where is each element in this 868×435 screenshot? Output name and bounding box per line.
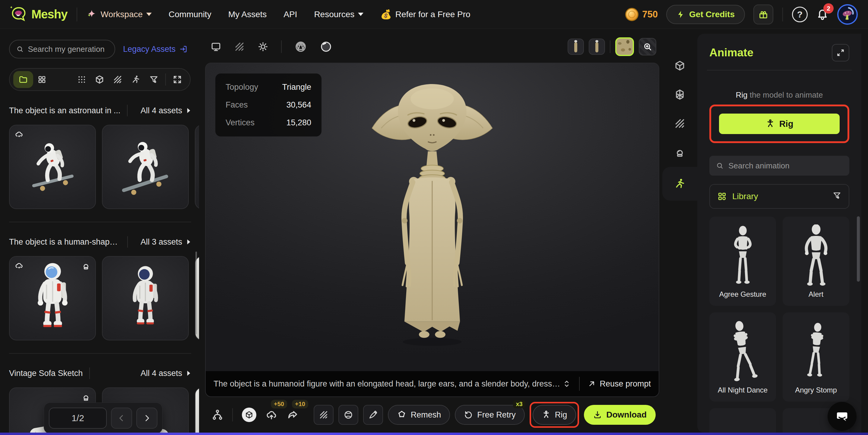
toolbar-divider	[610, 40, 611, 53]
animation-card[interactable]: Alert	[783, 216, 849, 306]
rig-button-highlight: Rig	[530, 402, 579, 428]
expand-sidebar-button[interactable]	[168, 75, 186, 85]
rig-button[interactable]: Rig	[533, 405, 576, 425]
library-filter-button[interactable]	[832, 191, 841, 202]
gift-button[interactable]	[753, 4, 773, 24]
animation-name: Agree Gesture	[709, 290, 776, 299]
nav-item-api[interactable]: API	[283, 10, 297, 19]
filter-all-button[interactable]	[73, 75, 91, 84]
lightning-icon	[677, 10, 685, 19]
cloud-synced-icon	[14, 262, 24, 272]
free-retry-button[interactable]: x3 Free Retry	[455, 405, 525, 425]
wireframe-mode-button[interactable]	[314, 405, 334, 425]
legacy-assets-link[interactable]: Legacy Assets	[123, 44, 188, 54]
asset-card-astronaut-standing-2[interactable]	[102, 256, 189, 340]
asset-card-peek[interactable]	[195, 388, 199, 433]
animation-search-input[interactable]	[728, 161, 843, 170]
tab-texture[interactable]	[662, 109, 697, 138]
animation-card-partial[interactable]	[709, 408, 776, 433]
filter-models-button[interactable]	[91, 75, 108, 85]
tab-animate[interactable]	[662, 167, 697, 201]
meshy-logo[interactable]: Meshy	[10, 6, 67, 23]
material-sphere-button[interactable]	[320, 40, 332, 53]
chat-launcher[interactable]	[828, 402, 857, 431]
animation-library-grid: Agree Gesture Alert	[709, 216, 849, 433]
nav-item-workspace[interactable]: Workspace	[86, 9, 152, 20]
generation-search-input[interactable]	[28, 44, 108, 54]
share-arrow-icon	[286, 409, 299, 421]
avatar[interactable]	[837, 4, 858, 25]
export-model-button[interactable]	[242, 408, 256, 422]
nav-item-community[interactable]: Community	[168, 10, 211, 19]
folder-view-button[interactable]	[13, 71, 33, 88]
all-assets-link[interactable]: All 3 assets	[141, 237, 191, 247]
notifications-button[interactable]: 2	[816, 7, 829, 22]
astronaut-standing-art	[117, 261, 174, 336]
all-assets-link[interactable]: All 4 assets	[141, 106, 191, 115]
animation-card[interactable]: All Night Dance	[709, 312, 776, 402]
asset-card-astronaut-skate-1[interactable]	[9, 125, 96, 209]
sidebar-scrollbar[interactable]	[195, 252, 197, 334]
reuse-prompt-button[interactable]: Reuse prompt	[588, 379, 651, 389]
expand-prompt-button[interactable]	[562, 379, 571, 388]
asset-card-astronaut-standing-1[interactable]	[9, 256, 96, 340]
chevron-right-icon	[142, 413, 151, 423]
next-page-button[interactable]	[136, 408, 157, 429]
download-icon	[593, 410, 602, 419]
download-button[interactable]: Download	[584, 405, 656, 425]
rig-nodes-button[interactable]	[212, 409, 223, 421]
toolbar-divider	[281, 40, 282, 53]
display-mode-button[interactable]	[211, 41, 221, 52]
stylize-button[interactable]	[363, 405, 383, 425]
nav-item-resources[interactable]: Resources	[314, 10, 364, 19]
expand-panel-button[interactable]	[832, 44, 849, 62]
helmet-dome-icon	[674, 147, 685, 158]
model-version-thumb-1[interactable]	[568, 39, 584, 55]
grid-view-button[interactable]	[33, 75, 51, 84]
search-icon	[716, 162, 723, 170]
texture-variant-thumb-active[interactable]	[615, 37, 634, 56]
tab-model[interactable]	[662, 51, 697, 80]
astronaut-skateboard-art	[110, 132, 181, 202]
panel-separator	[707, 70, 852, 70]
prev-page-button[interactable]	[111, 408, 132, 429]
library-section-header[interactable]: Library	[709, 184, 849, 209]
rig-model-button[interactable]: Rig	[719, 113, 840, 134]
get-credits-button[interactable]: Get Credits	[666, 5, 745, 24]
filter-divider	[165, 73, 166, 86]
all-assets-link[interactable]: All 4 assets	[141, 369, 191, 378]
filter-textures-button[interactable]	[108, 75, 127, 85]
wireframe-toggle-button[interactable]	[234, 41, 245, 52]
tool-rail	[662, 29, 697, 433]
animation-card[interactable]: Agree Gesture	[709, 216, 776, 306]
generation-search	[9, 40, 115, 59]
nav-links: Workspace Community My Assets API Resour…	[86, 9, 470, 20]
lighting-button[interactable]	[257, 41, 269, 52]
wireframe-sphere-button[interactable]	[294, 40, 307, 53]
question-glyph: ?	[797, 9, 803, 20]
hatch-icon	[113, 75, 122, 85]
texture-zoom-button[interactable]	[639, 38, 656, 56]
astronaut-standing-art	[20, 257, 85, 340]
publish-button[interactable]: +50	[266, 409, 277, 421]
tab-topology[interactable]	[662, 80, 697, 109]
model-version-thumb-2[interactable]	[589, 39, 605, 55]
credit-balance[interactable]: 750	[625, 8, 658, 21]
help-button[interactable]: ?	[792, 7, 808, 22]
refer-link[interactable]: 💰 Refer for a Free Pro	[380, 9, 470, 20]
filter-animations-button[interactable]	[127, 75, 145, 85]
nav-item-my-assets[interactable]: My Assets	[228, 10, 267, 19]
tab-material[interactable]	[662, 138, 697, 167]
asset-card-peek[interactable]	[195, 125, 199, 209]
cloud-synced-icon	[14, 130, 24, 140]
filter-sort-button[interactable]	[145, 75, 163, 85]
model-viewport[interactable]: TopologyTriangle Faces30,564 Vertices15,…	[205, 63, 659, 397]
remesh-button[interactable]: Remesh	[388, 405, 450, 425]
retexture-button[interactable]	[338, 405, 358, 425]
asset-card-row	[9, 125, 199, 209]
chevron-down-icon	[146, 13, 152, 16]
share-button[interactable]: +10	[286, 409, 299, 421]
animation-card[interactable]: Angry Stomp	[783, 312, 849, 402]
panel-scrollbar[interactable]	[857, 216, 860, 282]
asset-card-astronaut-skate-2[interactable]	[102, 125, 189, 209]
